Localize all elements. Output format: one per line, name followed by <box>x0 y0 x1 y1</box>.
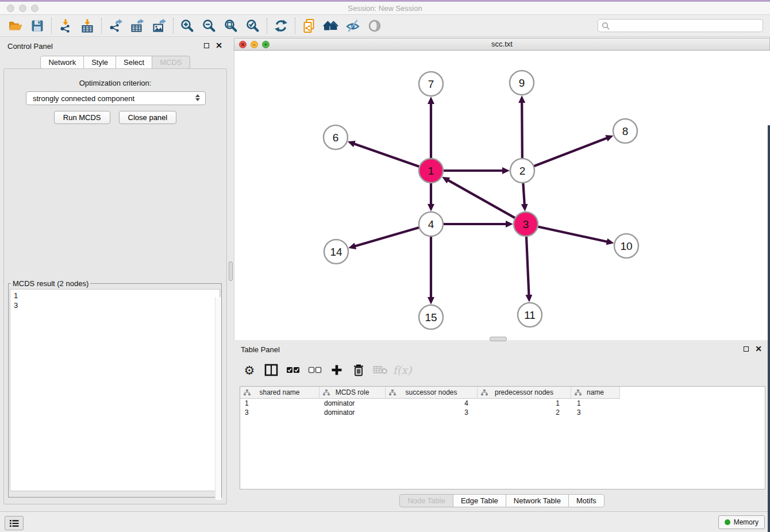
run-mcds-button[interactable]: Run MCDS <box>54 111 110 124</box>
graph-node-label-7: 7 <box>428 78 434 90</box>
criterion-dropdown[interactable]: strongly connected component <box>26 91 206 105</box>
graph-edge-2-9[interactable] <box>522 102 522 159</box>
select-all-columns-button[interactable] <box>284 361 302 379</box>
column-header-predecessor-nodes[interactable]: predecessor nodes <box>478 387 571 399</box>
table-cell[interactable]: 1 <box>240 399 319 407</box>
tab-mcds[interactable]: MCDS <box>152 56 190 69</box>
graph-edge-1-6[interactable] <box>354 144 419 167</box>
delete-table-button[interactable] <box>372 361 389 379</box>
table-cell[interactable]: 3 <box>571 408 620 417</box>
network-graph[interactable]: 7968124314101511 <box>234 51 769 339</box>
column-header-successor-nodes[interactable]: successor nodes <box>386 387 478 399</box>
import-table-button[interactable] <box>76 17 98 35</box>
open-session-button[interactable] <box>5 17 26 35</box>
save-session-button[interactable] <box>26 17 48 35</box>
trash-icon <box>352 363 365 377</box>
graph-edge-2-3[interactable] <box>523 183 524 205</box>
graph-edge-3-10[interactable] <box>538 227 607 242</box>
refresh-layout-button[interactable] <box>270 17 292 35</box>
float-table-panel-icon[interactable] <box>744 346 749 352</box>
import-network-button[interactable] <box>55 17 76 35</box>
node-table: shared nameMCDS rolesuccessor nodesprede… <box>240 386 765 489</box>
optimization-criterion-label: Optimization criterion: <box>4 79 226 87</box>
export-table-button[interactable] <box>126 17 148 35</box>
result-scrollbar[interactable] <box>215 297 221 500</box>
show-columns-button[interactable] <box>263 361 280 379</box>
table-cell[interactable]: 3 <box>240 408 319 417</box>
control-panel-title: Control Panel <box>7 42 53 51</box>
clone-network-button[interactable] <box>298 17 320 35</box>
graph-node-label-2: 2 <box>519 165 526 177</box>
column-type-icon <box>323 390 330 396</box>
table-row[interactable]: 1dominator411 <box>240 399 765 408</box>
graph-edge-3-1[interactable] <box>448 180 515 218</box>
column-header-name[interactable]: name <box>571 387 620 399</box>
status-bar: Memory <box>0 511 770 532</box>
mcds-result-text[interactable]: 1 3 <box>10 289 220 491</box>
zoom-fit-button[interactable] <box>220 17 242 35</box>
refresh-icon <box>274 18 288 33</box>
table-toolbar: ⚙ <box>241 358 411 381</box>
zoom-fit-icon <box>224 18 238 33</box>
table-settings-button[interactable]: ⚙ <box>241 361 258 379</box>
import-table-icon <box>80 18 95 33</box>
delete-table-icon <box>373 365 388 375</box>
show-panels-button[interactable] <box>5 516 24 530</box>
minimize-network-icon[interactable]: − <box>251 41 258 48</box>
vertical-splitter-grip[interactable] <box>229 261 233 281</box>
zoom-out-button[interactable] <box>198 17 220 35</box>
search-field[interactable] <box>598 19 763 32</box>
tab-edge-table[interactable]: Edge Table <box>453 494 506 507</box>
deselect-all-columns-button[interactable] <box>306 361 324 379</box>
create-column-button[interactable] <box>328 361 345 379</box>
close-table-panel-icon[interactable]: ✕ <box>755 346 762 352</box>
table-cell[interactable]: 1 <box>478 399 571 407</box>
tab-network-table[interactable]: Network Table <box>506 494 569 507</box>
table-cell[interactable]: 2 <box>478 408 571 417</box>
delete-column-button[interactable] <box>350 361 367 379</box>
toolbar-separator <box>295 18 295 34</box>
hide-selected-button[interactable] <box>342 17 364 35</box>
export-network-button[interactable] <box>105 17 126 35</box>
network-canvas[interactable]: 7968124314101511 <box>234 51 770 340</box>
export-image-button[interactable] <box>148 17 170 35</box>
column-header-shared-name[interactable]: shared name <box>240 387 319 399</box>
tab-motifs[interactable]: Motifs <box>568 494 605 507</box>
close-network-icon[interactable]: ✕ <box>239 41 247 48</box>
open-folder-icon <box>8 18 23 33</box>
float-panel-icon[interactable] <box>204 43 209 48</box>
clone-network-icon <box>302 18 317 33</box>
function-builder-button[interactable]: f(x) <box>394 361 411 379</box>
zoom-selected-button[interactable] <box>242 17 264 35</box>
table-cell[interactable]: dominator <box>319 399 386 407</box>
table-cell[interactable]: 4 <box>386 399 478 407</box>
memory-button[interactable]: Memory <box>718 515 765 529</box>
show-all-button[interactable] <box>364 17 386 35</box>
zoom-in-button[interactable] <box>176 17 198 35</box>
close-panel-button[interactable]: Close panel <box>119 111 177 124</box>
column-header-MCDS-role[interactable]: MCDS role <box>319 387 386 399</box>
main-toolbar <box>0 15 770 37</box>
tab-style[interactable]: Style <box>83 56 116 69</box>
table-cell[interactable]: 3 <box>386 408 478 417</box>
graph-node-label-6: 6 <box>333 132 339 144</box>
graph-edge-2-8[interactable] <box>534 138 607 166</box>
graph-edge-3-11[interactable] <box>526 236 529 295</box>
tab-select[interactable]: Select <box>116 56 152 69</box>
graph-edge-4-14[interactable] <box>355 228 419 246</box>
tab-network[interactable]: Network <box>40 56 84 69</box>
maximize-network-icon[interactable]: + <box>262 41 270 48</box>
table-cell[interactable]: dominator <box>319 408 386 417</box>
table-row[interactable]: 3dominator323 <box>240 408 765 417</box>
table-cell[interactable]: 1 <box>571 399 620 407</box>
eye-icon <box>367 18 382 33</box>
home-layout-button[interactable] <box>320 17 342 35</box>
gear-icon: ⚙ <box>244 364 255 376</box>
horizontal-splitter-grip[interactable] <box>490 337 507 341</box>
network-window-titlebar: ✕ − + scc.txt <box>234 38 770 51</box>
table-panel: Table Panel ✕ ⚙ <box>234 342 770 511</box>
graph-node-label-11: 11 <box>524 309 536 321</box>
close-panel-icon[interactable]: ✕ <box>215 43 222 48</box>
search-input[interactable] <box>612 21 759 30</box>
tab-node-table[interactable]: Node Table <box>399 494 453 507</box>
